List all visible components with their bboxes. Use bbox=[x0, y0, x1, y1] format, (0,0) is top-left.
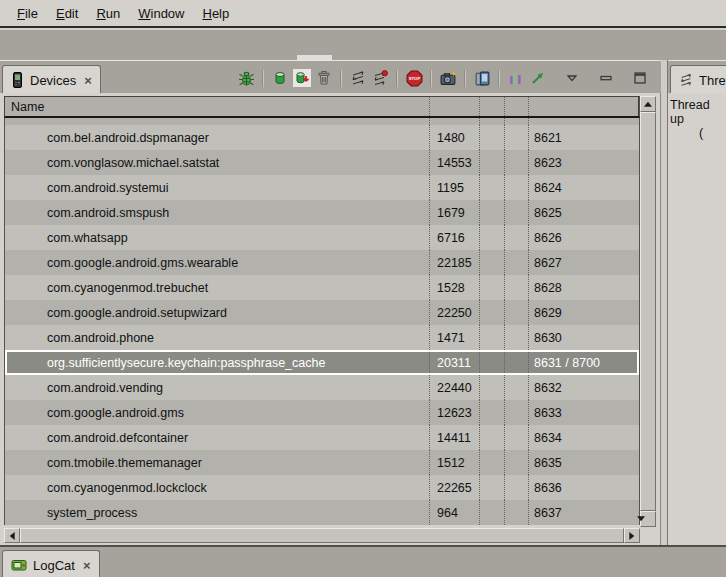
scroll-right-button[interactable] bbox=[624, 528, 640, 543]
tab-devices-close-icon[interactable]: × bbox=[82, 73, 92, 88]
cell-port: 8624 bbox=[529, 175, 639, 200]
cell-name: com.whatsapp bbox=[5, 225, 430, 250]
menu-item-window[interactable]: Window bbox=[129, 2, 193, 25]
table-row[interactable]: com.android.vending224408632 bbox=[5, 375, 639, 400]
tab-threads[interactable]: Threa bbox=[670, 65, 726, 94]
table-row[interactable]: com.google.android.gms126238633 bbox=[5, 400, 639, 425]
cell-pid: 14411 bbox=[430, 425, 480, 450]
column-header-a[interactable] bbox=[480, 97, 505, 116]
device-stack-icon[interactable] bbox=[472, 68, 492, 88]
cause-gc-icon[interactable] bbox=[314, 68, 334, 88]
cell-col-a bbox=[480, 250, 505, 275]
cell-pid: 22440 bbox=[430, 375, 480, 400]
cell-port bbox=[529, 118, 639, 125]
table-row[interactable]: com.android.systemui11958624 bbox=[5, 175, 639, 200]
tab-logcat[interactable]: LogCat × bbox=[2, 550, 100, 577]
table-row[interactable]: com.android.smspush16798625 bbox=[5, 200, 639, 225]
vertical-scrollbar-thumb[interactable] bbox=[640, 112, 656, 511]
cell-col-b bbox=[505, 500, 529, 525]
cell-col-a bbox=[480, 500, 505, 525]
cell-pid: 964 bbox=[430, 500, 480, 525]
tab-logcat-label: LogCat bbox=[33, 558, 75, 573]
cell-port: 8633 bbox=[529, 400, 639, 425]
scroll-left-button[interactable] bbox=[4, 528, 20, 543]
devices-content: Name com.bel.android.dspmanager14808621c… bbox=[0, 93, 661, 545]
partial-row[interactable] bbox=[5, 118, 639, 125]
table-row[interactable]: com.vonglasow.michael.satstat145538623 bbox=[5, 150, 639, 175]
dump-hprof-icon[interactable] bbox=[292, 68, 312, 88]
view-menu-icon[interactable] bbox=[562, 68, 582, 88]
table-row[interactable]: com.cyanogenmod.trebuchet15288628 bbox=[5, 275, 639, 300]
maximize-icon[interactable] bbox=[630, 68, 650, 88]
main-area: Devices × bbox=[0, 60, 726, 545]
table-row[interactable]: com.tmobile.thememanager15128635 bbox=[5, 450, 639, 475]
menu-item-run[interactable]: Run bbox=[87, 2, 129, 25]
cell-col-a bbox=[480, 400, 505, 425]
column-header-pid[interactable] bbox=[430, 97, 480, 116]
start-arrow-icon[interactable] bbox=[528, 68, 548, 88]
cell-name: com.android.systemui bbox=[5, 175, 430, 200]
tab-logcat-close-icon[interactable]: × bbox=[81, 558, 91, 573]
cell-port: 8621 bbox=[529, 125, 639, 150]
cell-col-b bbox=[505, 175, 529, 200]
table-row[interactable]: com.whatsapp67168626 bbox=[5, 225, 639, 250]
table-row[interactable]: com.android.defcontainer144118634 bbox=[5, 425, 639, 450]
table-row[interactable]: com.android.phone14718630 bbox=[5, 325, 639, 350]
device-phone-icon bbox=[11, 72, 24, 88]
menu-bar: FileEditRunWindowHelp bbox=[0, 0, 726, 28]
cell-col-a bbox=[480, 200, 505, 225]
update-threads-icon[interactable] bbox=[348, 68, 368, 88]
toolbar-separator bbox=[464, 70, 466, 87]
column-header-name[interactable]: Name bbox=[5, 97, 430, 116]
horizontal-scrollbar-thumb[interactable] bbox=[20, 528, 624, 543]
scroll-up-button[interactable] bbox=[640, 96, 656, 112]
table-row[interactable]: com.google.android.gms.wearable221858627 bbox=[5, 250, 639, 275]
debug-process-icon[interactable] bbox=[236, 68, 256, 88]
table-row[interactable]: org.sufficientlysecure.keychain:passphra… bbox=[5, 350, 639, 375]
minimize-icon[interactable] bbox=[596, 68, 616, 88]
cell-name: com.bel.android.dspmanager bbox=[5, 125, 430, 150]
stop-process-icon[interactable]: STOP bbox=[404, 68, 424, 88]
threads-message-line1: Thread up bbox=[668, 98, 726, 126]
threads-icon bbox=[679, 73, 693, 87]
screen-capture-icon[interactable] bbox=[438, 68, 458, 88]
vertical-scrollbar[interactable] bbox=[640, 96, 656, 527]
threads-content: Thread up ( bbox=[668, 93, 726, 545]
cell-name: com.google.android.setupwizard bbox=[5, 300, 430, 325]
cell-col-a bbox=[480, 225, 505, 250]
cell-col-a bbox=[480, 300, 505, 325]
menu-item-edit[interactable]: Edit bbox=[47, 2, 87, 25]
start-method-profiling-icon[interactable] bbox=[370, 68, 390, 88]
toolbar-separator bbox=[340, 70, 342, 87]
tab-devices[interactable]: Devices × bbox=[2, 65, 101, 94]
scroll-down-button[interactable] bbox=[640, 511, 656, 527]
table-row[interactable]: com.google.android.setupwizard222508629 bbox=[5, 300, 639, 325]
cell-col-b bbox=[505, 250, 529, 275]
cell-port: 8637 bbox=[529, 500, 639, 525]
column-header-port[interactable] bbox=[529, 97, 639, 116]
update-heap-icon[interactable] bbox=[270, 68, 290, 88]
cell-port: 8626 bbox=[529, 225, 639, 250]
cell-col-a bbox=[480, 425, 505, 450]
cell-col-b bbox=[505, 325, 529, 350]
threads-message-line2: ( bbox=[668, 126, 726, 140]
cell-pid: 1195 bbox=[430, 175, 480, 200]
cell-port: 8631 / 8700 bbox=[529, 350, 639, 375]
toolbar-separator bbox=[396, 70, 398, 87]
table-row[interactable]: system_process9648637 bbox=[5, 500, 639, 525]
cell-col-a bbox=[480, 125, 505, 150]
cell-col-a bbox=[480, 150, 505, 175]
cell-col-b bbox=[505, 300, 529, 325]
column-header-b[interactable] bbox=[505, 97, 529, 116]
cell-pid: 1471 bbox=[430, 325, 480, 350]
table-row[interactable]: com.bel.android.dspmanager14808621 bbox=[5, 125, 639, 150]
logcat-bar: LogCat × bbox=[0, 545, 726, 577]
table-row[interactable]: com.cyanogenmod.lockclock222658636 bbox=[5, 475, 639, 500]
horizontal-scrollbar[interactable] bbox=[4, 528, 640, 543]
menu-item-help[interactable]: Help bbox=[193, 2, 238, 25]
cell-col-b bbox=[505, 125, 529, 150]
menu-item-file[interactable]: File bbox=[8, 2, 47, 25]
cell-name: org.sufficientlysecure.keychain:passphra… bbox=[5, 350, 430, 375]
ui-hierarchy-icon[interactable] bbox=[506, 68, 526, 88]
cell-name: com.google.android.gms.wearable bbox=[5, 250, 430, 275]
